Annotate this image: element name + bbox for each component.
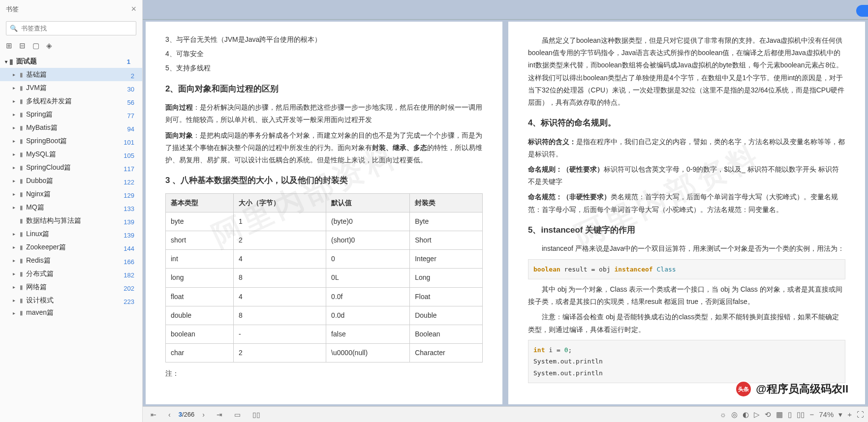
- expand-icon[interactable]: ▸: [13, 125, 17, 130]
- tree-item[interactable]: ▸▮SpringCloud篇117: [0, 161, 142, 174]
- table-row: byte1(byte)0Byte: [166, 212, 483, 231]
- bookmark-icon: ▮: [20, 297, 23, 304]
- close-icon[interactable]: ×: [131, 4, 136, 14]
- brightness-icon[interactable]: ☼: [720, 410, 727, 419]
- expand-icon[interactable]: ▸: [13, 178, 17, 183]
- bookmark-icon: ▮: [20, 244, 23, 251]
- bookmark-icon: ▮: [20, 124, 23, 131]
- bookmark-icon: ▮: [20, 71, 23, 78]
- zoom-out-button[interactable]: −: [809, 410, 814, 419]
- tree-item[interactable]: ▸▮JVM篇30: [0, 81, 142, 94]
- tree-item[interactable]: ▸▮MyBatis篇94: [0, 121, 142, 134]
- tree-item[interactable]: ▸▮网络篇202: [0, 280, 142, 294]
- page-layout-icon[interactable]: ▯: [788, 410, 792, 419]
- page-view-icon[interactable]: ▭: [230, 410, 245, 420]
- bookmark-icon: ▮: [20, 217, 23, 224]
- expand-icon[interactable]: ▸: [13, 138, 17, 144]
- rotate-icon[interactable]: ◐: [743, 410, 749, 419]
- table-row: int40Integer: [166, 250, 483, 269]
- tree-item[interactable]: ▸▮MQ篇133: [0, 201, 142, 214]
- tree-item[interactable]: ▸▮多线程&并发篇56: [0, 94, 142, 108]
- spread-view-icon[interactable]: ▯▯: [248, 410, 264, 420]
- tree-item[interactable]: ▸▮设计模式223: [0, 294, 142, 307]
- left-page: 阿里内部资料 3、与平台无关性（JVM是Java跨平台使用的根本） 4、可靠安全…: [146, 22, 502, 404]
- tree-item[interactable]: ▮数据结构与算法篇139: [0, 214, 142, 227]
- bookmark-search-input[interactable]: [6, 21, 136, 35]
- play-icon[interactable]: ▷: [754, 410, 760, 419]
- tree-item[interactable]: ▸▮SpringBoot篇101: [0, 134, 142, 148]
- expand-icon[interactable]: ▸: [13, 258, 17, 263]
- table-row: short2(short)0Short: [166, 231, 483, 250]
- prev-page-button[interactable]: ‹: [164, 410, 175, 420]
- next-page-button[interactable]: ›: [198, 410, 209, 420]
- code-block: boolean result = obj instanceof Class: [528, 259, 845, 279]
- dual-page-icon[interactable]: ▯▯: [797, 410, 805, 419]
- tree-item[interactable]: ▸▮Dubbo篇122: [0, 174, 142, 187]
- tree-item[interactable]: ▸▮maven篇: [0, 307, 142, 319]
- fullscreen-icon[interactable]: ⛶: [857, 410, 864, 419]
- expand-icon[interactable]: ▸: [13, 72, 17, 77]
- expand-icon[interactable]: ▸: [13, 85, 17, 90]
- bookmark-icon: ▮: [20, 98, 23, 105]
- remove-bookmark-icon[interactable]: ⊟: [19, 41, 26, 50]
- tree-root-item[interactable]: ▾ ▮ 面试题 1: [0, 55, 142, 68]
- expand-icon[interactable]: ▸: [13, 244, 17, 250]
- expand-icon[interactable]: ▸: [13, 191, 17, 197]
- zoom-dropdown-icon[interactable]: ▾: [838, 410, 842, 419]
- expand-icon[interactable]: ▸: [13, 284, 17, 290]
- collapse-icon[interactable]: ▾: [5, 59, 7, 64]
- expand-icon[interactable]: ▸: [13, 205, 17, 210]
- tree-item[interactable]: ▸▮Zookeeper篇144: [0, 241, 142, 254]
- page-spread: 阿里内部资料 3、与平台无关性（JVM是Java跨平台使用的根本） 4、可靠安全…: [143, 20, 868, 406]
- tree-item[interactable]: ▸▮Spring篇77: [0, 108, 142, 121]
- zoom-in-button[interactable]: +: [847, 410, 852, 419]
- expand-icon[interactable]: ▸: [13, 151, 17, 157]
- status-bar: ⇤ ‹ 3/266 › ⇥ ▭ ▯▯ ☼ ◎ ◐ ▷ ⟲ ▦ ▯ ▯▯ − 74…: [143, 406, 868, 422]
- bookmark-ribbon-icon[interactable]: ◈: [46, 41, 52, 50]
- data-types-table: 基本类型大小（字节）默认值封装类 byte1(byte)0Byteshort2(…: [165, 193, 483, 363]
- bookmark-outline-icon[interactable]: ▢: [32, 41, 39, 50]
- expand-icon[interactable]: ▸: [13, 271, 17, 276]
- bookmarks-sidebar: 书签 × 🔍 ⊞ ⊟ ▢ ◈ ▾ ▮ 面试题 1 ▸▮基础篇2▸▮JVM篇30▸…: [0, 0, 143, 422]
- search-icon: 🔍: [10, 25, 18, 32]
- tree-item[interactable]: ▸▮Linux篇139: [0, 227, 142, 241]
- bookmark-icon: ▮: [20, 164, 23, 171]
- side-badge-icon[interactable]: [856, 5, 868, 17]
- bookmark-icon: ▮: [20, 231, 23, 238]
- tree-item[interactable]: ▸▮分布式篇182: [0, 267, 142, 280]
- grid-icon[interactable]: ▦: [776, 410, 783, 419]
- tree-item[interactable]: ▸▮Nginx篇129: [0, 187, 142, 201]
- table-row: char2\u0000(null)Character: [166, 344, 483, 362]
- author-overlay: 头条 @程序员高级码农II: [735, 381, 848, 397]
- table-row: float40.0fFloat: [166, 287, 483, 306]
- table-row: boolean-falseBoolean: [166, 325, 483, 344]
- section-heading: 4、标识符的命名规则。: [528, 116, 845, 131]
- right-page: 阿里内部资料 虽然定义了boolean这种数据类型，但是只对它提供了非常有限的支…: [508, 22, 865, 404]
- expand-icon[interactable]: ▸: [13, 112, 17, 117]
- code-block: int i = 0; System.out.println System.out…: [528, 340, 845, 383]
- zoom-level[interactable]: 74%: [819, 410, 834, 419]
- bookmark-icon: ▮: [20, 284, 23, 291]
- section-heading: 2、面向对象和面向过程的区别: [165, 82, 483, 97]
- avatar-icon: 头条: [735, 381, 752, 397]
- tree-item[interactable]: ▸▮Redis篇166: [0, 254, 142, 267]
- expand-icon[interactable]: ▸: [13, 165, 17, 170]
- first-page-button[interactable]: ⇤: [147, 410, 160, 420]
- tree-item[interactable]: ▸▮MySQL篇105: [0, 148, 142, 161]
- last-page-button[interactable]: ⇥: [213, 410, 226, 420]
- section-heading: 3 、八种基本数据类型的大小，以及他们的封装类: [165, 173, 483, 188]
- add-bookmark-icon[interactable]: ⊞: [6, 41, 12, 50]
- tree-item[interactable]: ▸▮基础篇2: [0, 68, 142, 81]
- expand-icon[interactable]: ▸: [13, 98, 17, 104]
- sidebar-title: 书签: [6, 5, 19, 14]
- table-row: long80LLong: [166, 269, 483, 287]
- page-indicator[interactable]: 3/266: [179, 411, 195, 418]
- expand-icon[interactable]: ▸: [13, 231, 17, 237]
- section-heading: 5、instanceof 关键字的作用: [528, 223, 845, 238]
- view-mode-icon[interactable]: ◎: [731, 410, 738, 419]
- bookmark-icon: ▮: [20, 271, 23, 277]
- loop-icon[interactable]: ⟲: [765, 410, 771, 419]
- table-row: double80.0dDouble: [166, 306, 483, 325]
- expand-icon[interactable]: ▸: [13, 298, 17, 303]
- expand-icon[interactable]: ▸: [13, 310, 17, 316]
